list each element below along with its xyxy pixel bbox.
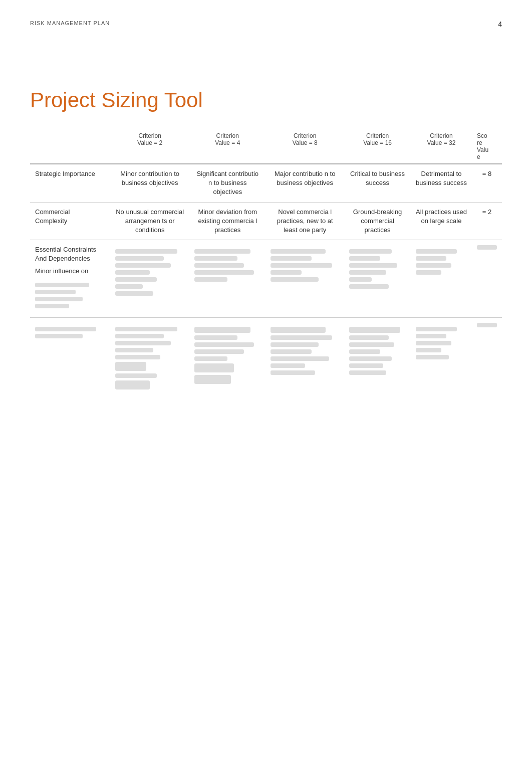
- table-row-blurred: [30, 317, 502, 399]
- score-commercial: = 2: [472, 202, 502, 240]
- cell-constraints-32: [411, 240, 472, 318]
- score-strategic: = 8: [472, 164, 502, 202]
- col-header-score: ScoreValue: [472, 127, 502, 164]
- col-header-crit16: Criterion Value = 16: [344, 127, 411, 164]
- cell-blurred-8: [265, 317, 344, 399]
- section-title: Project Sizing Tool: [30, 88, 502, 112]
- cell-strategic-16: Critical to business success: [344, 164, 411, 202]
- col-header-crit4: Criterion Value = 4: [189, 127, 265, 164]
- page-header: RISK MANAGEMENT PLAN 4: [30, 20, 502, 28]
- row-label-strategic: Strategic Importance: [30, 164, 110, 202]
- cell-constraints-4: [189, 240, 265, 318]
- cell-commercial-4: Minor deviation from existing commercia …: [189, 202, 265, 240]
- cell-blurred-4: [189, 317, 265, 399]
- doc-title: RISK MANAGEMENT PLAN: [30, 20, 110, 26]
- page-number: 4: [498, 20, 502, 28]
- row-label-blurred: [30, 317, 110, 399]
- sizing-table: Criterion Value = 2 Criterion Value = 4 …: [30, 127, 502, 399]
- col-header-crit32: Criterion Value = 32: [411, 127, 472, 164]
- cell-blurred-2: [110, 317, 189, 399]
- score-constraints: [472, 240, 502, 318]
- score-blurred: [472, 317, 502, 399]
- cell-strategic-8: Major contributio n to business objectiv…: [265, 164, 344, 202]
- cell-strategic-2: Minor contribution to business objective…: [110, 164, 189, 202]
- cell-constraints-8: [265, 240, 344, 318]
- cell-commercial-8: Novel commercia l practices, new to at l…: [265, 202, 344, 240]
- cell-strategic-32: Detrimental to business success: [411, 164, 472, 202]
- col-header-crit2: Criterion Value = 2: [110, 127, 189, 164]
- cell-commercial-32: All practices used on large scale: [411, 202, 472, 240]
- cell-constraints-2: [110, 240, 189, 318]
- col-header-empty: [30, 127, 110, 164]
- cell-blurred-32: [411, 317, 472, 399]
- cell-commercial-16: Ground-breaking commercial practices: [344, 202, 411, 240]
- row-label-commercial: Commercial Complexity: [30, 202, 110, 240]
- table-row-constraints: Essential Constraints And Dependencies M…: [30, 240, 502, 318]
- cell-constraints-16: [344, 240, 411, 318]
- table-row-commercial: Commercial Complexity No unusual commerc…: [30, 202, 502, 240]
- cell-blurred-16: [344, 317, 411, 399]
- table-row-strategic: Strategic Importance Minor contribution …: [30, 164, 502, 202]
- row-label-constraints: Essential Constraints And Dependencies M…: [30, 240, 110, 318]
- cell-strategic-4: Significant contributio n to business ob…: [189, 164, 265, 202]
- col-header-crit8: Criterion Value = 8: [265, 127, 344, 164]
- cell-commercial-2: No unusual commercial arrangemen ts or c…: [110, 202, 189, 240]
